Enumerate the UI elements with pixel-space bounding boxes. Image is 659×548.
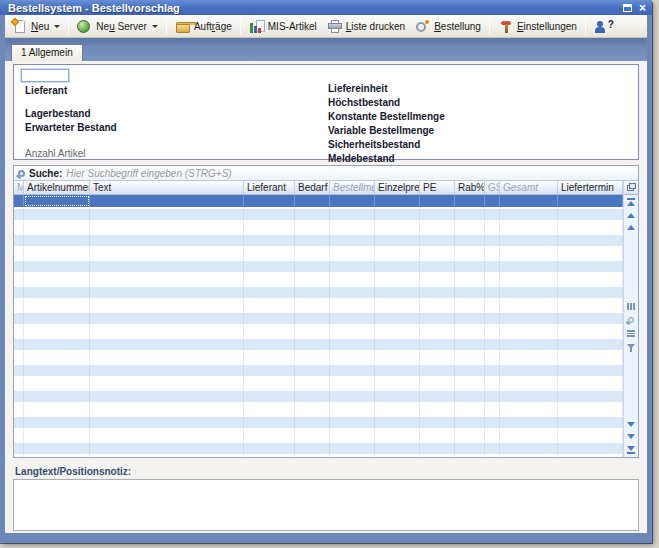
liste-drucken-button[interactable]: Liste drucken [323,17,409,36]
table-row[interactable] [14,351,623,364]
toolbar-separator [166,18,167,34]
restore-window-icon[interactable] [623,4,632,12]
table-row[interactable] [14,455,623,457]
mis-artikel-button[interactable]: MIS-Artikel [245,17,321,36]
grid-header-row: MArtikelnummerTextLieferantBedarfBestell… [14,181,623,195]
scroll-to-top-icon[interactable] [627,198,635,206]
column-header-bestellmenge[interactable]: Bestellmenge [330,181,375,194]
table-row[interactable] [14,416,623,429]
column-header-gs[interactable]: GS [485,181,500,194]
grid-cell [558,299,623,312]
bestellung-button[interactable]: Bestellung [411,17,485,36]
grid-cell [90,235,244,246]
table-row[interactable] [14,390,623,403]
page-down-icon[interactable] [627,434,635,439]
grid-cell [375,247,420,260]
row-down-icon[interactable] [627,422,635,427]
chevron-down-icon[interactable] [54,25,60,28]
search-input[interactable] [66,168,634,179]
grid-cell [500,247,558,260]
column-header-bedarf[interactable]: Bedarf [295,181,330,194]
column-header-pe[interactable]: PE [420,181,455,194]
titlebar[interactable]: Bestellsystem - Bestellvorschlag × [0,0,652,15]
grid-cell [455,351,485,364]
filter-icon[interactable] [627,344,635,349]
table-row[interactable] [14,195,623,208]
table-row[interactable] [14,377,623,390]
columns-icon[interactable] [627,303,635,310]
column-header-text[interactable]: Text [90,181,244,194]
column-header-einzelpreis[interactable]: Einzelpreis [375,181,420,194]
table-row[interactable] [14,429,623,442]
grid-cell [485,235,500,246]
close-window-icon[interactable]: × [639,4,646,12]
form-label: Lagerbestand [25,108,91,119]
grid-cell [375,235,420,246]
grid-cell [420,365,455,376]
table-row[interactable] [14,442,623,455]
grid-cell [24,455,90,457]
grid-cell [485,429,500,442]
table-row[interactable] [14,208,623,221]
grid-body[interactable] [14,195,623,457]
new-button[interactable]: Neu [8,17,64,36]
grid-cell [330,221,375,234]
table-row[interactable] [14,364,623,377]
grid-cell [24,325,90,338]
scroll-to-bottom-icon[interactable] [627,446,635,454]
grid-cell [420,287,455,298]
column-header-liefertermin[interactable]: Liefertermin [558,181,623,194]
help-button[interactable]: ? [590,17,618,36]
table-row[interactable] [14,247,623,260]
table-row[interactable] [14,338,623,351]
column-header-m[interactable]: M [14,181,24,194]
form-label: Lieferant [25,85,67,96]
lieferant-input[interactable] [21,69,69,82]
grid-cell [500,455,558,457]
table-row[interactable] [14,325,623,338]
auftraege-button[interactable]: Aufträge [171,17,236,36]
grid-cell [485,339,500,350]
table-row[interactable] [14,273,623,286]
grid-cell [14,273,24,286]
table-row[interactable] [14,312,623,325]
page-up-icon[interactable] [627,213,635,218]
table-row[interactable] [14,260,623,273]
grid-cell [244,403,295,416]
langtext-textarea[interactable] [13,479,639,531]
table-row[interactable] [14,221,623,234]
grid-cell [24,351,90,364]
table-row[interactable] [14,403,623,416]
grid-cell [244,365,295,376]
table-row[interactable] [14,234,623,247]
column-chooser-icon[interactable] [624,181,639,195]
grid-cell [485,391,500,402]
grid-cell [375,209,420,220]
new-server-button[interactable]: Neu Server [73,17,162,36]
zoom-icon[interactable] [628,317,634,323]
grid-cell [500,325,558,338]
grid-cell [90,403,244,416]
column-header-gesamt[interactable]: Gesamt [500,181,558,194]
einstellungen-button[interactable]: Einstellungen [494,17,581,36]
column-header-rab-[interactable]: Rab% [455,181,485,194]
tab-allgemein[interactable]: 1 Allgemein [11,44,83,61]
rows-icon[interactable] [627,330,635,337]
grid-cell [295,403,330,416]
notes-section: Langtext/Positionsnotiz: [13,466,639,533]
column-header-artikelnummer[interactable]: Artikelnummer [24,181,90,194]
search-bar: Suche: [14,166,638,181]
grid-cell [14,195,24,207]
grid-cell [500,235,558,246]
table-row[interactable] [14,286,623,299]
chevron-down-icon[interactable] [152,25,158,28]
grid-cell [375,391,420,402]
column-header-lieferant[interactable]: Lieferant [244,181,295,194]
row-up-icon[interactable] [627,225,635,230]
grid-cell [14,235,24,246]
grid-cell [420,325,455,338]
table-row[interactable] [14,299,623,312]
grid-cell [455,247,485,260]
grid-cell [295,339,330,350]
grid-cell [90,221,244,234]
